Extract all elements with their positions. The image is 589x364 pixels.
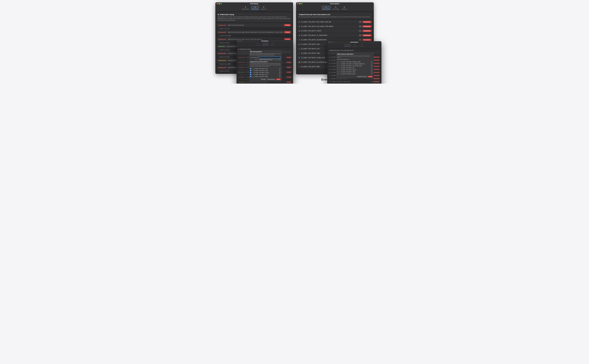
event-type-icon: ▦ [298, 30, 300, 32]
mute-by-select[interactable]: Initiating executable path prefix⇅ [259, 59, 281, 60]
cancel-button[interactable]: Cancel [276, 78, 281, 80]
tab-advanced[interactable]: ⚙Advanced [260, 6, 267, 10]
mute-path-button[interactable]: Mute path [260, 78, 266, 80]
checkbox-icon[interactable] [337, 63, 338, 65]
event-type-icon: ▸ [252, 72, 253, 73]
checkbox-icon[interactable]: ✓ [250, 76, 251, 77]
unmute-button[interactable]: Unmute [284, 24, 291, 26]
minimize-icon[interactable] [239, 40, 240, 42]
close-icon[interactable] [238, 40, 238, 42]
unmute-button[interactable]: Unmute [286, 72, 291, 73]
tab-path-muting[interactable]: ⚙Path Muting [331, 6, 340, 10]
unsubscribe-button[interactable]: Unsubscribe [363, 26, 371, 27]
event-name: ES_EVENT_TYPE_NOTIFY_WRITE [341, 73, 356, 75]
close-icon[interactable] [328, 42, 329, 43]
unmute-button[interactable]: Unmute [286, 57, 291, 58]
minimize-icon[interactable] [299, 3, 300, 4]
reply-icon[interactable]: ↩ [359, 34, 362, 36]
event-check-row[interactable]: ✓ ▸ ES_EVENT_TYPE_NOTIFY_MMAP ↩ [250, 76, 281, 78]
checkbox-icon[interactable]: ✓ [250, 68, 251, 69]
unsubscribe-button[interactable]: Unsubscribe [373, 59, 380, 61]
reply-icon[interactable]: ↩ [279, 70, 281, 72]
zoom-icon[interactable] [220, 3, 222, 4]
unsubscribe-button[interactable]: Unsubscribe [373, 63, 380, 64]
reply-icon[interactable]: ↩ [370, 81, 372, 82]
tab-advanced[interactable]: ⚙Advanced [341, 6, 348, 10]
unmute-button[interactable]: Unmute [286, 81, 291, 83]
tab-subscriptions[interactable]: ⬇Subscriptions [241, 6, 250, 10]
subscribe-zero-button[interactable]: Subscribe to 0 events [357, 76, 368, 77]
reply-icon[interactable]: ↩ [371, 65, 373, 67]
reply-icon[interactable]: ↩ [279, 72, 281, 73]
subscribe-option-row[interactable]: ▸ ES_EVENT_TYPE_NOTIFY_WRITE ↩ [337, 73, 373, 75]
unsubscribe-button[interactable]: Unsubscribe [373, 69, 380, 70]
checkbox-icon[interactable] [337, 71, 338, 72]
reply-icon[interactable]: ↩ [371, 67, 373, 69]
reply-icon[interactable]: ↩ [371, 71, 373, 73]
checkbox-icon[interactable] [337, 67, 338, 69]
zoom-icon[interactable] [301, 3, 303, 4]
event-check-row[interactable]: ✓ ▸ ES_EVENT_TYPE_NOTIFY_CREATE ↩ [250, 72, 281, 74]
unsubscribe-button[interactable]: Unsubscribe [363, 21, 371, 23]
reply-icon[interactable]: ↩ [359, 25, 362, 27]
checkbox-icon[interactable] [337, 61, 338, 63]
unsubscribe-button[interactable]: Unsubscribe [373, 72, 380, 73]
checkbox-icon[interactable] [337, 69, 338, 71]
unsubscribe-button[interactable]: Unsubscribe [373, 75, 380, 76]
checkbox-icon[interactable] [337, 65, 338, 66]
unmute-button[interactable]: Unmute [284, 31, 291, 33]
cancel-button[interactable]: Cancel [368, 76, 373, 77]
unsubscribe-button[interactable]: Unsubscribe [363, 30, 371, 32]
event-check-row[interactable]: ✓ ▸ ES_EVENT_TYPE_NOTIFY_FORK ↩ [250, 70, 281, 72]
reply-icon[interactable]: ↩ [359, 39, 362, 41]
reply-icon[interactable]: ↩ [279, 76, 281, 78]
mute-path-events-button[interactable]: Mute path events [267, 78, 276, 80]
unmute-button[interactable]: Unmute [286, 62, 291, 63]
event-row: 🔓 ES_EVENT_TYPE_NOTIFY_LW_SESSION_UNLOCK… [328, 83, 381, 84]
reply-icon[interactable]: ↩ [359, 30, 362, 32]
checkbox-icon[interactable]: ✓ [250, 74, 251, 75]
targeted-events-toggle[interactable]: Targeted events (126) [217, 35, 292, 37]
subscribe-option-row[interactable]: ▸ ES_EVENT_TYPE_NOTIFY_OPENSSH_LOGOUT ↩ [337, 61, 373, 63]
reply-icon[interactable]: ↩ [359, 21, 362, 23]
close-icon[interactable] [217, 3, 218, 4]
reply-icon[interactable]: ↩ [371, 69, 373, 71]
unmute-button[interactable]: Unmute [286, 66, 291, 68]
event-type-icon: ▸ [339, 71, 340, 72]
checkbox-icon[interactable]: ✓ [250, 72, 251, 73]
tab-subscriptions[interactable]: ⬇Subscriptions [322, 6, 331, 10]
event-type-icon: ▭ [298, 66, 300, 67]
reply-icon[interactable]: ↩ [279, 68, 281, 70]
zoom-icon[interactable] [332, 42, 333, 43]
subscribe-option-row[interactable]: ▸ ES_EVENT_TYPE_NOTIFY_XP_MALWARE_REMEDI… [337, 63, 373, 65]
reply-icon[interactable]: ↩ [371, 61, 373, 63]
unsubscribe-button[interactable]: Unsubscribe [373, 65, 380, 67]
unsubscribe-button[interactable]: Unsubscribe [363, 39, 371, 41]
checkbox-icon[interactable] [337, 73, 338, 75]
minimize-icon[interactable] [218, 3, 220, 4]
checkbox-icon[interactable]: ✓ [250, 70, 251, 71]
reply-icon[interactable]: ↩ [279, 74, 281, 75]
tab-advanced: ⚙Advanced [269, 43, 275, 46]
unsubscribe-button[interactable]: Unsubscribe [373, 81, 380, 82]
zoom-icon[interactable] [241, 40, 242, 42]
binary-path-input[interactable] [259, 56, 281, 58]
event-name: ES_EVENT_TYPE_NOTIFY_EXEC [254, 68, 268, 69]
subscribe-option-row[interactable]: ▸ ES_EVENT_TYPE_NOTIFY_UNLINK ↩ [337, 69, 373, 71]
minimize-icon[interactable] [330, 42, 331, 43]
close-icon[interactable] [297, 3, 298, 4]
event-check-row[interactable]: ✓ ▸ ES_EVENT_TYPE_NOTIFY_EXIT ↩ [250, 74, 281, 76]
unsubscribe-button[interactable]: Unsubscribe [373, 56, 380, 58]
reply-icon[interactable]: ↩ [371, 63, 373, 65]
tab-path-muting[interactable]: ⚙Path Muting [251, 6, 259, 10]
subscribe-option-row[interactable]: ▸ ES_EVENT_TYPE_NOTIFY_LW_SESSION_LOGIN … [337, 65, 373, 67]
subscribe-option-row[interactable]: ▸ ES_EVENT_TYPE_NOTIFY_OPEN ↩ [337, 71, 373, 73]
titlebar: Path Muting [215, 2, 293, 5]
unsubscribe-button[interactable]: Unsubscribe [363, 34, 371, 36]
targeted-events-toggle[interactable]: Targeted events (1) [217, 27, 292, 30]
subscribe-option-row[interactable]: ▸ ES_EVENT_TYPE_NOTIFY_DUP ↩ [337, 67, 373, 69]
event-check-row[interactable]: ✓ ▸ ES_EVENT_TYPE_NOTIFY_EXEC ↩ [250, 68, 281, 70]
reply-icon[interactable]: ↩ [371, 73, 373, 75]
unsubscribe-button[interactable]: Unsubscribe [373, 78, 380, 79]
unmute-button[interactable]: Unmute [286, 76, 291, 78]
